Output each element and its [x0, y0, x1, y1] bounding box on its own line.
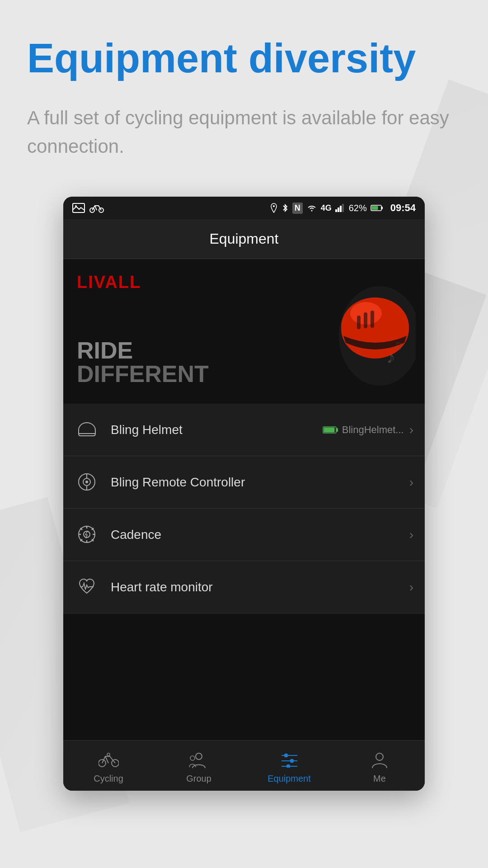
cycling-nav-label: Cycling	[94, 774, 123, 784]
bluetooth-icon	[282, 203, 289, 213]
svg-rect-12	[381, 207, 383, 209]
svg-rect-25	[336, 428, 338, 432]
cadence-label: Cadence	[111, 528, 409, 542]
network-badge: 4G	[321, 203, 332, 213]
status-time: 09:54	[390, 202, 416, 214]
status-left-icons	[72, 203, 104, 213]
page-title: Equipment diversity	[27, 36, 461, 81]
nav-item-cycling[interactable]: Cycling	[63, 741, 154, 791]
hero-logo: LIVALL	[77, 273, 141, 292]
helmet-illustration: ♪ ♫	[316, 264, 416, 399]
n-badge: N	[292, 203, 303, 214]
nav-item-group[interactable]: Group	[154, 741, 244, 791]
heartrate-right: ›	[409, 580, 413, 594]
helmet-icon	[75, 417, 99, 442]
page-subtitle: A full set of cycling equipment is avail…	[27, 104, 461, 160]
group-icon	[189, 751, 209, 769]
equipment-icon	[279, 752, 300, 768]
app-header-title: Equipment	[210, 231, 279, 247]
remote-right: ›	[409, 475, 413, 490]
helmet-connected: BlingHelmet...	[323, 424, 404, 436]
cycling-icon	[99, 752, 119, 768]
wifi-icon	[306, 204, 317, 212]
helmet-right: BlingHelmet... ›	[323, 423, 413, 437]
helmet-label: Bling Helmet	[111, 423, 323, 437]
remote-chevron: ›	[409, 475, 413, 490]
equipment-item-helmet[interactable]: Bling Helmet BlingHelmet... ›	[63, 404, 425, 456]
cadence-right: ›	[409, 528, 413, 542]
location-icon	[270, 203, 278, 213]
phone-mockup: N 4G 62%	[63, 197, 425, 791]
helmet-chevron: ›	[409, 423, 413, 437]
svg-point-47	[190, 756, 195, 760]
svg-line-4	[95, 206, 97, 210]
equipment-item-remote[interactable]: Bling Remote Controller ›	[63, 456, 425, 509]
equipment-list: Bling Helmet BlingHelmet... ›	[63, 404, 425, 613]
svg-rect-19	[364, 312, 367, 328]
heartrate-item-icon	[77, 577, 97, 597]
helmet-connected-name: BlingHelmet...	[342, 424, 404, 436]
battery-percentage: 62%	[349, 203, 367, 213]
me-nav-icon	[370, 750, 390, 770]
cadence-item-icon	[77, 524, 97, 545]
cycling-nav-icon	[99, 750, 119, 770]
equipment-nav-icon	[279, 750, 300, 770]
remote-icon	[75, 470, 99, 495]
app-header: Equipment	[63, 219, 425, 259]
cadence-icon	[75, 522, 99, 547]
svg-point-51	[290, 759, 294, 763]
nav-item-me[interactable]: Me	[334, 741, 425, 791]
remote-item-icon	[77, 472, 97, 492]
equipment-item-cadence[interactable]: Cadence ›	[63, 509, 425, 561]
battery-icon	[371, 204, 383, 212]
status-right-icons: N 4G 62%	[270, 202, 416, 214]
helmet-svg: ♪ ♫	[316, 264, 416, 399]
svg-rect-26	[324, 427, 334, 432]
bottom-nav: Cycling Group	[63, 740, 425, 791]
svg-point-53	[286, 764, 290, 768]
svg-rect-13	[371, 206, 378, 210]
svg-point-54	[376, 753, 383, 760]
svg-rect-20	[371, 311, 374, 328]
remote-label: Bling Remote Controller	[111, 475, 409, 490]
svg-point-46	[196, 753, 202, 760]
image-status-icon	[72, 203, 85, 213]
hero-text: RIDE DIFFERENT	[77, 339, 209, 386]
status-bar: N 4G 62%	[63, 197, 425, 219]
helmet-battery-icon	[323, 426, 338, 434]
cadence-chevron: ›	[409, 528, 413, 542]
svg-rect-9	[340, 206, 342, 212]
equipment-item-heartrate[interactable]: Heart rate monitor ›	[63, 561, 425, 613]
svg-rect-10	[342, 204, 344, 212]
svg-point-49	[284, 754, 288, 757]
helmet-item-icon	[77, 421, 97, 439]
svg-point-5	[273, 205, 275, 207]
heartrate-label: Heart rate monitor	[111, 580, 409, 594]
hero-different-text: DIFFERENT	[77, 362, 209, 386]
svg-rect-7	[335, 209, 337, 212]
group-nav-label: Group	[186, 774, 211, 784]
equipment-nav-label: Equipment	[267, 774, 311, 784]
group-nav-icon	[189, 750, 209, 770]
svg-rect-18	[357, 316, 361, 329]
bottom-dark-area	[63, 613, 425, 740]
svg-point-6	[311, 210, 312, 212]
bike-status-icon	[89, 203, 104, 213]
svg-point-45	[107, 753, 110, 756]
heartrate-chevron: ›	[409, 580, 413, 594]
svg-point-29	[85, 481, 88, 483]
hero-banner: LIVALL	[63, 259, 425, 404]
hero-ride-text: RIDE	[77, 339, 209, 362]
nav-item-equipment[interactable]: Equipment	[244, 741, 334, 791]
heartrate-icon	[75, 575, 99, 599]
svg-text:♫: ♫	[393, 338, 403, 352]
signal-icon	[335, 204, 345, 212]
me-icon	[371, 751, 389, 769]
svg-rect-8	[338, 208, 339, 212]
me-nav-label: Me	[373, 774, 386, 784]
